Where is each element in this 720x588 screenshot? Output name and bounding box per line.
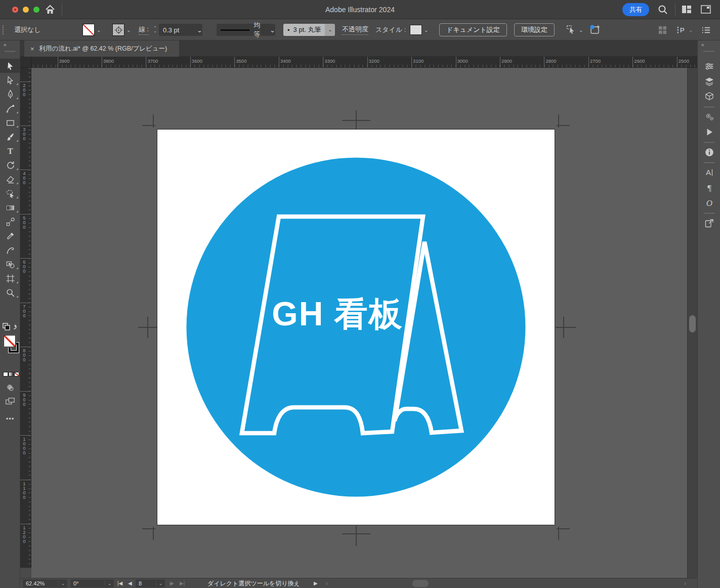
search-icon[interactable] bbox=[657, 4, 668, 15]
artboard-number-select[interactable]: 8⌄ bbox=[136, 579, 165, 587]
fill-color-control[interactable]: ⌄ bbox=[82, 20, 103, 40]
tools-panel-header[interactable]: » bbox=[0, 40, 20, 53]
eyedropper-tool[interactable] bbox=[0, 229, 20, 243]
document-setup-button[interactable]: ドキュメント設定 bbox=[439, 23, 507, 36]
workspace-switcher-icon[interactable]: P ⌄ bbox=[676, 20, 695, 40]
panel-toggle-icon[interactable] bbox=[701, 5, 711, 14]
document-tab[interactable]: × 利用の流れ.ai* @ 62.42 % (RGB/プレビュー) bbox=[24, 40, 179, 57]
blend-tool[interactable] bbox=[0, 215, 20, 229]
canvas[interactable]: GH 看板 bbox=[31, 68, 687, 578]
arrange-documents-icon[interactable] bbox=[658, 20, 667, 40]
collapse-dock-icon[interactable]: « bbox=[701, 42, 704, 48]
paintbrush-tool[interactable] bbox=[0, 130, 20, 144]
brush-definition[interactable]: • 3 pt. 丸筆 ⌄ bbox=[283, 20, 335, 40]
fill-swatch-none[interactable] bbox=[4, 335, 16, 347]
horizontal-ruler[interactable]: 3900380037003600350034003300320031003000… bbox=[31, 57, 697, 68]
zoom-tool[interactable] bbox=[0, 285, 20, 300]
rotate-tool[interactable] bbox=[0, 158, 20, 172]
dock-header[interactable]: « bbox=[698, 40, 720, 53]
graphic-style-control[interactable]: ⌄ bbox=[410, 20, 430, 40]
share-button[interactable]: 共有 bbox=[622, 3, 649, 16]
rotation-select[interactable]: 0°⌄ bbox=[70, 579, 114, 587]
scroll-right-icon[interactable]: › bbox=[684, 578, 686, 588]
stroke-width-field[interactable]: 0.3 pt ⌄ bbox=[159, 24, 202, 36]
isolate-selection-control[interactable]: ⌄ bbox=[566, 20, 585, 40]
color-button[interactable] bbox=[3, 372, 8, 376]
shaper-tool[interactable] bbox=[0, 243, 20, 257]
artwork-sign-icon[interactable]: GH 看板 bbox=[157, 130, 555, 525]
eraser-tool[interactable] bbox=[0, 172, 20, 186]
pen-tool[interactable] bbox=[0, 87, 20, 101]
stroke-stepper[interactable]: ⌃⌄ bbox=[153, 27, 157, 33]
ruler-corner[interactable] bbox=[20, 57, 31, 68]
type-tool[interactable]: T bbox=[0, 144, 20, 158]
last-artboard-button[interactable]: ▶| bbox=[180, 578, 185, 588]
opacity-link[interactable]: 不透明度 bbox=[342, 20, 368, 40]
mini-fill-stroke[interactable] bbox=[0, 322, 20, 333]
panel-icon-paragraph[interactable]: ¶ bbox=[698, 180, 720, 195]
panel-icon-properties[interactable] bbox=[698, 59, 720, 74]
drawing-mode-icon[interactable] bbox=[0, 383, 20, 395]
chevron-down-icon[interactable]: ⌄ bbox=[95, 27, 103, 33]
panel-icon-info[interactable] bbox=[698, 145, 720, 160]
gradient-tool[interactable] bbox=[0, 200, 20, 215]
shape-builder-tool[interactable] bbox=[0, 257, 20, 271]
vertical-ruler[interactable]: 200300400500600700800900100011001200 bbox=[20, 68, 31, 568]
controlbar-grip[interactable] bbox=[2, 25, 4, 35]
zoom-level-select[interactable]: 62.42%⌄ bbox=[23, 579, 67, 587]
chevron-down-icon[interactable]: ⌄ bbox=[577, 27, 585, 33]
previous-artboard-button[interactable]: ◀ bbox=[128, 578, 132, 588]
scroll-left-icon[interactable]: ‹ bbox=[326, 578, 328, 588]
panel-icon-actions[interactable] bbox=[698, 109, 720, 124]
stroke-color-control[interactable]: ⌄ bbox=[112, 20, 133, 40]
panel-icon-play-action[interactable] bbox=[698, 124, 720, 140]
drag-handle[interactable] bbox=[704, 213, 715, 214]
artboard[interactable]: GH 看板 bbox=[157, 130, 555, 525]
style-swatch[interactable] bbox=[410, 25, 422, 35]
horizontal-scrollbar-thumb[interactable] bbox=[412, 580, 429, 587]
fill-stroke-indicator[interactable] bbox=[0, 335, 20, 357]
direct-selection-tool[interactable] bbox=[0, 73, 20, 87]
chevron-down-icon[interactable]: ⌄ bbox=[422, 27, 430, 33]
panel-icon-opentype[interactable]: O bbox=[698, 195, 720, 211]
drag-handle[interactable] bbox=[5, 51, 16, 52]
generative-credits-icon[interactable] bbox=[589, 20, 601, 40]
panel-icon-character[interactable]: A bbox=[698, 165, 720, 180]
drag-handle[interactable] bbox=[704, 162, 715, 163]
chevron-down-icon[interactable]: ⌄ bbox=[325, 24, 335, 36]
rectangle-tool[interactable] bbox=[0, 115, 20, 130]
fill-none-swatch[interactable] bbox=[82, 24, 95, 36]
close-tab-icon[interactable]: × bbox=[30, 45, 34, 53]
chevron-down-icon[interactable]: ⌄ bbox=[197, 26, 202, 34]
selection-tool[interactable] bbox=[0, 59, 20, 73]
drag-handle[interactable] bbox=[703, 51, 714, 52]
chevron-down-icon[interactable]: ⌄ bbox=[124, 27, 133, 33]
panel-icon-export[interactable] bbox=[698, 216, 720, 231]
edit-toolbar-ellipsis[interactable]: ••• bbox=[0, 415, 20, 425]
expand-panel-icon[interactable]: » bbox=[4, 42, 6, 48]
preferences-button[interactable]: 環境設定 bbox=[514, 23, 555, 36]
next-artboard-button[interactable]: ▶ bbox=[170, 578, 174, 588]
gradient-button[interactable] bbox=[9, 372, 14, 376]
variable-width-profile[interactable]: 均等 ⌄ bbox=[217, 20, 275, 40]
none-button[interactable] bbox=[14, 372, 19, 376]
panel-icon-3d-and-materials[interactable] bbox=[698, 89, 720, 104]
color-mode-buttons[interactable] bbox=[0, 372, 20, 378]
vertical-scrollbar-thumb[interactable] bbox=[689, 315, 696, 332]
panel-icon-layers[interactable] bbox=[698, 74, 720, 89]
workspace-layout-icon[interactable] bbox=[682, 5, 692, 14]
menu-list-icon[interactable] bbox=[701, 20, 711, 40]
chevron-down-icon[interactable]: ⌄ bbox=[270, 26, 275, 34]
stroke-label[interactable]: 線 : bbox=[139, 25, 149, 35]
lasso-tool[interactable] bbox=[0, 186, 20, 200]
status-expand-icon[interactable]: ▶ bbox=[314, 578, 318, 588]
curvature-tool[interactable] bbox=[0, 101, 20, 115]
vertical-scrollbar[interactable] bbox=[687, 68, 697, 578]
chevron-down-icon[interactable]: ⌄ bbox=[687, 27, 695, 33]
first-artboard-button[interactable]: |◀ bbox=[117, 578, 122, 588]
screen-mode-icon[interactable] bbox=[0, 397, 20, 409]
artboard-tool[interactable] bbox=[0, 271, 20, 285]
stroke-target-icon[interactable] bbox=[112, 24, 124, 36]
drag-handle[interactable] bbox=[704, 106, 715, 108]
drag-handle[interactable] bbox=[704, 142, 715, 143]
